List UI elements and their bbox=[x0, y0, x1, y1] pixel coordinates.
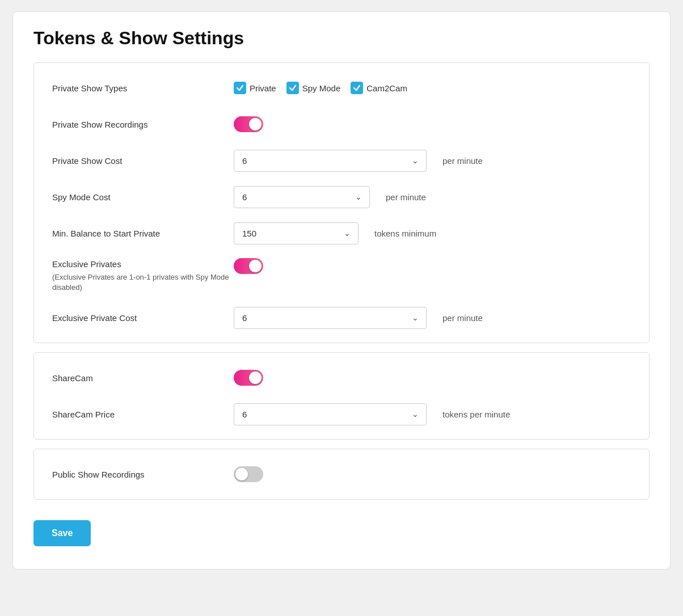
private-checkbox-box bbox=[234, 82, 246, 94]
sharecam-row: ShareCam bbox=[52, 366, 631, 389]
main-container: Tokens & Show Settings Private Show Type… bbox=[12, 11, 671, 569]
exclusive-privates-control bbox=[234, 258, 631, 274]
public-recordings-row: Public Show Recordings bbox=[52, 463, 631, 486]
public-show-section: Public Show Recordings bbox=[33, 449, 650, 500]
private-cost-row: Private Show Cost 6 8 10 12 ⌄ per minute bbox=[52, 149, 631, 172]
min-balance-row: Min. Balance to Start Private 50 100 150… bbox=[52, 222, 631, 244]
private-recordings-control bbox=[234, 116, 631, 132]
checkbox-spy-mode[interactable]: Spy Mode bbox=[286, 82, 341, 94]
public-recordings-control bbox=[234, 466, 631, 482]
private-cost-select-wrapper: 6 8 10 12 ⌄ bbox=[234, 150, 427, 172]
save-button[interactable]: Save bbox=[33, 520, 91, 546]
private-checkbox-label: Private bbox=[250, 83, 276, 93]
cam2cam-checkbox-label: Cam2Cam bbox=[366, 83, 407, 93]
exclusive-cost-unit: per minute bbox=[442, 313, 483, 323]
private-show-section: Private Show Types Private bbox=[33, 62, 650, 343]
private-recordings-label: Private Show Recordings bbox=[52, 119, 234, 130]
page-title: Tokens & Show Settings bbox=[33, 28, 650, 49]
private-recordings-row: Private Show Recordings bbox=[52, 113, 631, 136]
spy-mode-cost-control: 6 8 10 ⌄ per minute bbox=[234, 186, 631, 208]
exclusive-cost-select-wrapper: 6 8 10 ⌄ bbox=[234, 307, 427, 329]
sharecam-price-unit: tokens per minute bbox=[442, 410, 510, 419]
toggle-knob-4 bbox=[235, 468, 248, 480]
sharecam-control bbox=[234, 370, 631, 386]
sharecam-price-select-wrapper: 6 8 10 ⌄ bbox=[234, 403, 427, 425]
private-show-types-row: Private Show Types Private bbox=[52, 77, 631, 99]
public-recordings-label: Public Show Recordings bbox=[52, 469, 234, 480]
toggle-knob-2 bbox=[249, 260, 262, 272]
sharecam-price-label: ShareCam Price bbox=[52, 408, 234, 420]
toggle-knob-3 bbox=[249, 372, 262, 384]
exclusive-privates-row: Exclusive Privates (Exclusive Privates a… bbox=[52, 258, 631, 293]
spy-mode-cost-unit: per minute bbox=[386, 192, 426, 202]
min-balance-select-wrapper: 50 100 150 200 ⌄ bbox=[234, 222, 359, 244]
exclusive-cost-row: Exclusive Private Cost 6 8 10 ⌄ per minu… bbox=[52, 306, 631, 329]
private-cost-label: Private Show Cost bbox=[52, 155, 234, 167]
min-balance-label: Min. Balance to Start Private bbox=[52, 227, 234, 239]
private-cost-select[interactable]: 6 8 10 12 bbox=[234, 150, 427, 172]
public-recordings-toggle[interactable] bbox=[234, 466, 263, 482]
private-cost-control: 6 8 10 12 ⌄ per minute bbox=[234, 150, 631, 172]
sharecam-toggle[interactable] bbox=[234, 370, 263, 386]
exclusive-cost-label: Exclusive Private Cost bbox=[52, 312, 234, 324]
exclusive-cost-select[interactable]: 6 8 10 bbox=[234, 307, 427, 329]
spy-mode-checkbox-box bbox=[286, 82, 299, 94]
exclusive-privates-label: Exclusive Privates (Exclusive Privates a… bbox=[52, 258, 234, 293]
sharecam-price-select[interactable]: 6 8 10 bbox=[234, 403, 427, 425]
checkbox-cam2cam[interactable]: Cam2Cam bbox=[351, 82, 407, 94]
sharecam-label: ShareCam bbox=[52, 372, 234, 384]
min-balance-unit: tokens minimum bbox=[374, 229, 436, 238]
sharecam-section: ShareCam ShareCam Price 6 8 10 ⌄ t bbox=[33, 352, 650, 440]
spy-mode-cost-label: Spy Mode Cost bbox=[52, 191, 234, 203]
spy-mode-cost-row: Spy Mode Cost 6 8 10 ⌄ per minute bbox=[52, 185, 631, 208]
private-show-types-control: Private Spy Mode bbox=[234, 82, 631, 94]
sharecam-price-control: 6 8 10 ⌄ tokens per minute bbox=[234, 403, 631, 425]
checkbox-private[interactable]: Private bbox=[234, 82, 276, 94]
private-cost-unit: per minute bbox=[442, 156, 483, 166]
sharecam-price-row: ShareCam Price 6 8 10 ⌄ tokens per minut… bbox=[52, 403, 631, 425]
checkbox-group: Private Spy Mode bbox=[234, 82, 407, 94]
cam2cam-checkbox-box bbox=[351, 82, 363, 94]
toggle-knob bbox=[249, 118, 262, 130]
min-balance-control: 50 100 150 200 ⌄ tokens minimum bbox=[234, 222, 631, 244]
spy-mode-cost-select[interactable]: 6 8 10 bbox=[234, 186, 370, 208]
exclusive-cost-control: 6 8 10 ⌄ per minute bbox=[234, 307, 631, 329]
spy-mode-cost-select-wrapper: 6 8 10 ⌄ bbox=[234, 186, 370, 208]
exclusive-privates-toggle[interactable] bbox=[234, 258, 263, 274]
spy-mode-checkbox-label: Spy Mode bbox=[302, 83, 341, 93]
private-recordings-toggle[interactable] bbox=[234, 116, 263, 132]
min-balance-select[interactable]: 50 100 150 200 bbox=[234, 222, 359, 244]
private-show-types-label: Private Show Types bbox=[52, 82, 234, 94]
